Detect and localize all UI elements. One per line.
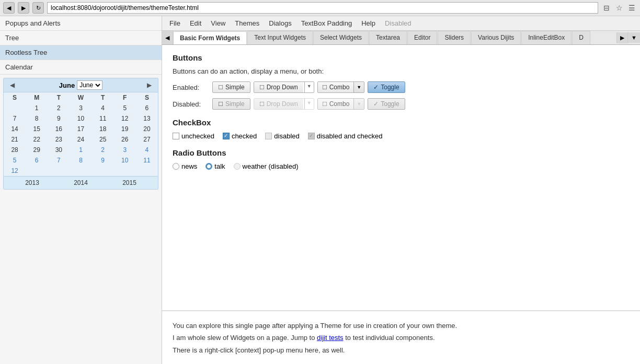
cal-day[interactable]: 27 (136, 134, 158, 145)
tab-sliders[interactable]: Sliders (438, 31, 471, 44)
star-icon[interactable]: ☆ (614, 3, 624, 13)
toggle-button-enabled[interactable]: ✓ Toggle (368, 81, 405, 93)
cal-day[interactable]: 9 (92, 155, 114, 166)
tab-dropdown-button[interactable]: ▼ (627, 32, 640, 43)
dijit-tests-link[interactable]: dijit tests (317, 334, 344, 342)
tab-basic-form-widgets[interactable]: Basic Form Widgets (173, 31, 247, 44)
dropdown-arrow-enabled[interactable]: ▼ (304, 82, 314, 92)
cal-day[interactable]: 12 (4, 166, 26, 176)
cal-day[interactable]: 19 (114, 124, 136, 134)
cal-day[interactable]: 11 (92, 113, 114, 124)
tab-select-widgets[interactable]: Select Widgets (313, 31, 369, 44)
menu-textbox-padding[interactable]: TextBox Padding (297, 18, 357, 29)
calendar-month-select[interactable]: June (77, 80, 102, 90)
calendar-next-button[interactable]: ▶ (145, 81, 154, 89)
cal-day[interactable]: 9 (48, 113, 70, 124)
cal-day[interactable]: 8 (26, 113, 48, 124)
cal-day[interactable]: 20 (136, 124, 158, 134)
checkbox-disabled-item: disabled (265, 132, 299, 140)
radio-news[interactable] (173, 163, 179, 170)
cal-day[interactable]: 14 (4, 124, 26, 134)
cal-day[interactable] (4, 103, 26, 113)
cal-day[interactable]: 7 (48, 155, 70, 166)
sidebar-item-rootless-tree[interactable]: Rootless Tree (0, 45, 162, 60)
menu-file[interactable]: File (165, 18, 185, 29)
calendar-year-2015[interactable]: 2015 (120, 179, 139, 187)
cal-day[interactable]: 6 (26, 155, 48, 166)
calendar-year-2014[interactable]: 2014 (72, 179, 90, 187)
sidebar-item-calendar[interactable]: Calendar (0, 60, 162, 75)
menu-icon[interactable]: ☰ (626, 3, 637, 13)
cal-day[interactable]: 11 (136, 155, 158, 166)
radio-talk-item[interactable]: talk (205, 162, 225, 170)
cal-day[interactable]: 2 (92, 145, 114, 155)
back-button[interactable]: ◀ (3, 2, 15, 14)
cal-day[interactable]: 15 (26, 124, 48, 134)
cal-day[interactable]: 29 (26, 145, 48, 155)
cal-day[interactable]: 18 (92, 124, 114, 134)
radio-weather (234, 163, 241, 170)
cal-day[interactable]: 28 (4, 145, 26, 155)
cal-day[interactable]: 3 (114, 145, 136, 155)
cal-day[interactable]: 10 (114, 155, 136, 166)
calendar-year-2013[interactable]: 2013 (23, 179, 41, 187)
tab-text-input-widgets[interactable]: Text Input Widgets (247, 31, 313, 44)
tab-inline-edit-box[interactable]: InlineEditBox (521, 31, 572, 44)
cal-day[interactable]: 5 (114, 103, 136, 113)
cal-day[interactable]: 24 (70, 134, 92, 145)
checkbox-checked-item[interactable]: checked (223, 132, 257, 140)
cal-day[interactable]: 3 (70, 103, 92, 113)
checkbox-unchecked[interactable] (173, 133, 179, 139)
tab-scroll-left[interactable]: ◀ (162, 31, 173, 44)
checkbox-checked-label: checked (232, 132, 257, 140)
tab-textarea[interactable]: Textarea (369, 31, 407, 44)
cal-day[interactable]: 7 (4, 113, 26, 124)
cal-day[interactable]: 17 (70, 124, 92, 134)
combo-arrow-enabled[interactable]: ▼ (353, 82, 364, 92)
cal-day[interactable]: 4 (92, 103, 114, 113)
menu-dialogs[interactable]: Dialogs (265, 18, 295, 29)
sidebar-item-tree[interactable]: Tree (0, 31, 162, 45)
cal-day[interactable]: 22 (26, 134, 48, 145)
menu-help[interactable]: Help (357, 18, 380, 29)
checkbox-unchecked-item[interactable]: unchecked (173, 132, 214, 140)
sidebar-item-popups[interactable]: Popups and Alerts (0, 16, 162, 31)
radio-news-item[interactable]: news (173, 162, 197, 170)
dropdown-button-disabled: ☐ Drop Down (254, 99, 303, 109)
cal-day[interactable]: 4 (136, 145, 158, 155)
cal-day-header-m: M (26, 92, 48, 103)
menu-edit[interactable]: Edit (186, 18, 205, 29)
radio-talk[interactable] (205, 163, 212, 170)
simple-button-enabled[interactable]: ☐ Simple (212, 81, 250, 93)
cal-day[interactable]: 6 (136, 103, 158, 113)
bookmark-icon[interactable]: ⊟ (601, 3, 612, 13)
forward-button[interactable]: ▶ (18, 2, 29, 14)
cal-day[interactable]: 25 (92, 134, 114, 145)
tab-editor[interactable]: Editor (407, 31, 437, 44)
cal-day[interactable]: 12 (114, 113, 136, 124)
cal-day[interactable]: 16 (48, 124, 70, 134)
checkbox-unchecked-label: unchecked (181, 132, 214, 140)
combo-main-button-enabled[interactable]: ☐ Combo (318, 82, 354, 92)
cal-day[interactable]: 2 (48, 103, 70, 113)
menu-view[interactable]: View (207, 18, 230, 29)
cal-day[interactable]: 1 (70, 145, 92, 155)
cal-day[interactable]: 26 (114, 134, 136, 145)
cal-day[interactable]: 8 (70, 155, 92, 166)
cal-day[interactable]: 21 (4, 134, 26, 145)
cal-day[interactable]: 5 (4, 155, 26, 166)
tab-various-dijits[interactable]: Various Dijits (471, 31, 521, 44)
url-bar[interactable] (47, 2, 598, 14)
refresh-button[interactable]: ↻ (32, 2, 44, 14)
menu-themes[interactable]: Themes (231, 18, 264, 29)
dropdown-button-enabled[interactable]: ☐ Drop Down (254, 82, 303, 92)
cal-day[interactable]: 30 (48, 145, 70, 155)
cal-day[interactable]: 1 (26, 103, 48, 113)
calendar-prev-button[interactable]: ◀ (8, 81, 17, 89)
cal-day[interactable]: 23 (48, 134, 70, 145)
cal-day[interactable]: 13 (136, 113, 158, 124)
checkbox-checked[interactable] (223, 133, 230, 139)
tab-scroll-right[interactable]: ▶ (616, 32, 627, 43)
tab-d[interactable]: D (572, 31, 590, 44)
cal-day[interactable]: 10 (70, 113, 92, 124)
